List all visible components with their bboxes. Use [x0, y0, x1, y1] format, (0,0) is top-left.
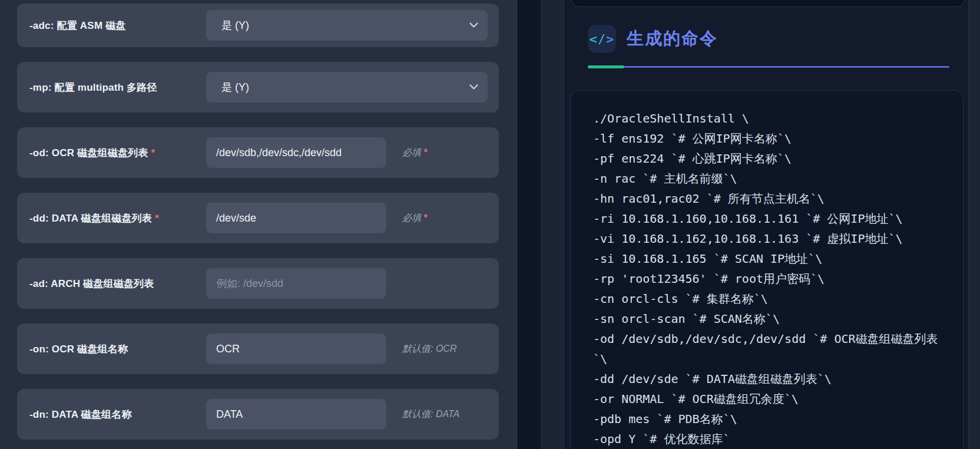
- code-icon: </>: [588, 25, 616, 53]
- chevron-down-icon: [469, 84, 478, 90]
- field-label: -od: OCR 磁盘组磁盘列表 *: [29, 146, 155, 160]
- field-input[interactable]: [206, 268, 386, 299]
- form-list: -adc: 配置 ASM 磁盘 是 (Y) -mp: 配置 multipath …: [17, 0, 499, 440]
- field-label: -on: OCR 磁盘组名称: [29, 342, 128, 356]
- code-line: -od /dev/sdb,/dev/sdc,/dev/sdd `# OCR磁盘组…: [593, 329, 941, 369]
- form-field-row: -ad: ARCH 磁盘组磁盘列表: [17, 258, 499, 309]
- form-field-row: -dd: DATA 磁盘组磁盘列表 * 必填 *: [17, 193, 499, 243]
- form-field-row: -adc: 配置 ASM 磁盘 是 (Y): [17, 4, 499, 47]
- code-line: -sn orcl-scan `# SCAN名称`\: [593, 309, 941, 329]
- code-line: -cn orcl-cls `# 集群名称`\: [593, 289, 941, 309]
- field-input[interactable]: [206, 203, 386, 233]
- code-line: -ri 10.168.1.160,10.168.1.161 `# 公网IP地址`…: [593, 209, 941, 229]
- command-code-block: ./OracleShellInstall \-lf ens192 `# 公网IP…: [570, 90, 964, 449]
- code-line: -hn rac01,rac02 `# 所有节点主机名`\: [593, 189, 941, 209]
- form-field-row: -od: OCR 磁盘组磁盘列表 * 必填 *: [17, 127, 499, 178]
- generated-command-panel: </> 生成的命令 ./OracleShellInstall \-lf ens1…: [541, 0, 980, 449]
- code-line: -rp 'root123456' `# root用户密码`\: [593, 269, 941, 289]
- select-value: 是 (Y): [221, 18, 469, 32]
- field-label: -dd: DATA 磁盘组磁盘列表 *: [29, 212, 159, 225]
- output-header: </> 生成的命令: [588, 25, 718, 53]
- code-line: -pdb mes `# PDB名称`\: [593, 409, 941, 429]
- field-label: -adc: 配置 ASM 磁盘: [29, 19, 126, 32]
- generated-command-card: </> 生成的命令 ./OracleShellInstall \-lf ens1…: [564, 0, 969, 449]
- previous-section-box: [570, 0, 966, 7]
- form-field-row: -mp: 配置 multipath 多路径 是 (Y): [17, 62, 499, 113]
- field-label: -mp: 配置 multipath 多路径: [29, 81, 157, 94]
- form-field-row: -dn: DATA 磁盘组名称 默认值: DATA: [17, 389, 499, 440]
- code-icon-glyph: </>: [590, 32, 615, 47]
- field-input[interactable]: [206, 334, 386, 364]
- field-hint: 必填 *: [402, 147, 428, 159]
- form-field-row: -on: OCR 磁盘组名称 默认值: OCR: [17, 323, 499, 374]
- field-label: -ad: ARCH 磁盘组磁盘列表: [29, 277, 154, 290]
- code-line: ./OracleShellInstall \: [593, 108, 941, 128]
- header-underline: [588, 66, 949, 68]
- output-title: 生成的命令: [627, 27, 718, 51]
- field-hint: 必填 *: [402, 212, 428, 224]
- code-line: -or NORMAL `# OCR磁盘组冗余度`\: [593, 389, 941, 409]
- select-value: 是 (Y): [221, 80, 469, 94]
- code-line: -dd /dev/sde `# DATA磁盘组磁盘列表`\: [593, 369, 941, 389]
- field-select[interactable]: 是 (Y): [206, 72, 488, 103]
- field-input[interactable]: [206, 399, 386, 430]
- field-label: -dn: DATA 磁盘组名称: [29, 408, 132, 421]
- code-line: -n rac `# 主机名前缀`\: [593, 169, 941, 189]
- install-form-panel: -adc: 配置 ASM 磁盘 是 (Y) -mp: 配置 multipath …: [0, 0, 517, 449]
- field-select[interactable]: 是 (Y): [206, 10, 488, 41]
- field-hint: 默认值: DATA: [402, 408, 459, 421]
- code-line: -pf ens224 `# 心跳IP网卡名称`\: [593, 148, 941, 169]
- field-hint: 默认值: OCR: [402, 343, 456, 355]
- code-line: -vi 10.168.1.162,10.168.1.163 `# 虚拟IP地址`…: [593, 229, 941, 249]
- field-input[interactable]: [206, 137, 386, 168]
- code-line: -si 10.168.1.165 `# SCAN IP地址`\: [593, 249, 941, 269]
- chevron-down-icon: [469, 22, 478, 28]
- code-line: -lf ens192 `# 公网IP网卡名称`\: [593, 128, 941, 148]
- code-line: -opd Y `# 优化数据库`: [593, 429, 941, 449]
- header-underline-accent: [588, 65, 624, 68]
